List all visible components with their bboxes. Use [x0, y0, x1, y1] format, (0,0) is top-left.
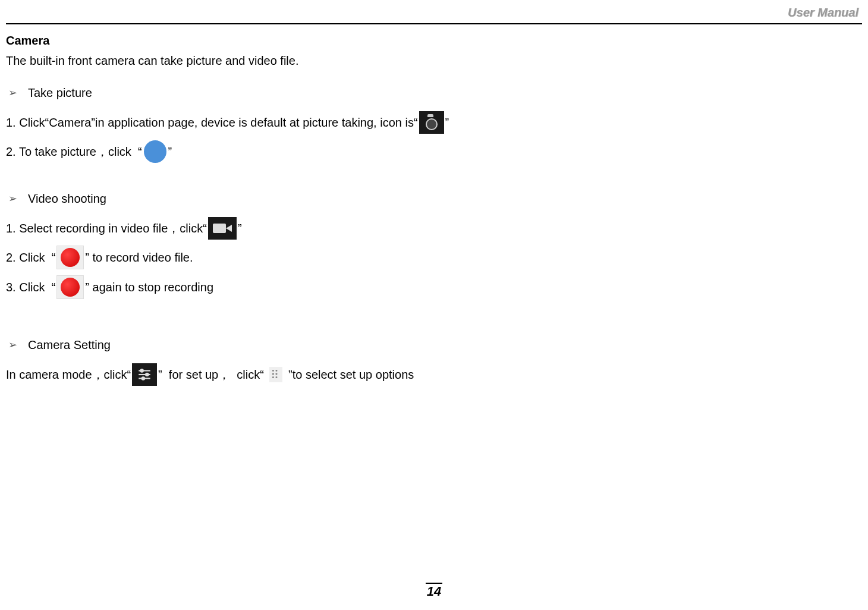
- take-picture-step-1: 1. Click “Camera” in application page, d…: [6, 111, 862, 134]
- close-quote: ”: [85, 277, 92, 297]
- section-intro: The built-in front camera can take pictu…: [6, 51, 862, 71]
- close-quote: ”: [168, 142, 172, 162]
- text: In camera mode，click: [6, 364, 127, 385]
- text: to record video file.: [93, 247, 193, 268]
- close-quote: ”: [158, 364, 162, 385]
- open-quote: “: [48, 277, 55, 297]
- open-quote: “: [203, 218, 207, 238]
- record-icon: [56, 275, 84, 299]
- close-quote: ”: [445, 112, 449, 133]
- record-icon: [56, 246, 84, 269]
- open-quote: “: [134, 142, 141, 162]
- bullet-take-picture: ➢ Take picture: [6, 83, 862, 103]
- chevron-icon: ➢: [8, 336, 17, 354]
- page-number: 14: [0, 584, 868, 599]
- section-title: Camera: [6, 30, 862, 51]
- video-step-1: 1. Select recording in video file，click …: [6, 217, 862, 240]
- close-quote: ”: [285, 364, 292, 385]
- shutter-icon: [143, 140, 167, 163]
- svg-point-1: [141, 369, 143, 372]
- text: in application page, device is default a…: [95, 112, 414, 133]
- svg-point-3: [146, 373, 148, 376]
- options-grid-icon: [269, 367, 282, 382]
- open-quote: “: [48, 247, 55, 268]
- open-quote: “: [127, 364, 131, 385]
- bullet-label: Take picture: [28, 83, 92, 103]
- text: 2. To take picture，click: [6, 142, 134, 162]
- bullet-label: Video shooting: [28, 188, 106, 209]
- bullet-camera-setting: ➢ Camera Setting: [6, 335, 862, 355]
- camera-icon: [419, 111, 444, 134]
- bullet-video-shooting: ➢ Video shooting: [6, 188, 862, 209]
- text: 3. Click: [6, 277, 48, 297]
- video-mode-icon: [208, 217, 237, 240]
- open-quote: “: [414, 112, 418, 133]
- settings-sliders-icon: [132, 363, 157, 386]
- header-label: User Manual: [6, 6, 862, 23]
- text: 1. Click: [6, 112, 45, 133]
- header-divider: [6, 23, 862, 24]
- camera-setting-line: In camera mode，click “ ” for set up， cli…: [6, 363, 862, 386]
- text: “Camera”: [45, 112, 95, 133]
- chevron-icon: ➢: [8, 190, 17, 208]
- text: 1. Select recording in video file，click: [6, 218, 203, 238]
- video-step-3: 3. Click “ ” again to stop recording: [6, 275, 862, 299]
- close-quote: ”: [85, 247, 92, 268]
- svg-point-5: [142, 377, 144, 379]
- take-picture-step-2: 2. To take picture，click “ ”: [6, 140, 862, 163]
- open-quote: “: [260, 364, 267, 385]
- chevron-icon: ➢: [8, 84, 17, 102]
- text: to select set up options: [293, 364, 414, 385]
- bullet-label: Camera Setting: [28, 335, 111, 355]
- text: for set up， click: [162, 364, 260, 385]
- text: again to stop recording: [93, 277, 213, 297]
- close-quote: ”: [238, 218, 242, 238]
- text: 2. Click: [6, 247, 48, 268]
- page-content: Camera The built-in front camera can tak…: [0, 30, 868, 386]
- video-step-2: 2. Click “ ” to record video file.: [6, 246, 862, 269]
